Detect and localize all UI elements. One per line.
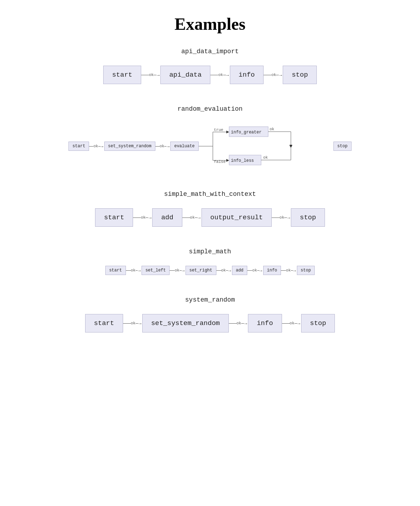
node-re-evaluate: evaluate xyxy=(170,142,199,151)
svg-marker-22 xyxy=(289,145,292,148)
edge-sr-2: ok → xyxy=(229,321,248,326)
section-title-api-data-import: api_data_import xyxy=(21,48,399,55)
svg-text:info_less: info_less xyxy=(231,158,254,163)
node-sr-info: info xyxy=(248,314,282,332)
node-sr-start: start xyxy=(85,314,123,332)
re-left-part: start ok → set_system_random ok → evalua… xyxy=(68,142,198,151)
edge-sr-1: ok → xyxy=(123,321,142,326)
diagram-random-evaluation: start ok → set_system_random ok → evalua… xyxy=(21,123,399,169)
node-sm-start: start xyxy=(105,266,126,275)
section-title-system-random: system_random xyxy=(21,296,399,303)
edge-smc-1: ok → xyxy=(133,215,152,220)
node-sr-set-system-random: set_system_random xyxy=(142,314,229,332)
svg-text:ok: ok xyxy=(263,155,268,160)
section-title-random-evaluation: random_evaluation xyxy=(21,105,399,112)
diagram-simple-math-context: start ok → add ok → output_result ok → s… xyxy=(21,208,399,227)
node-smc-output-result: output_result xyxy=(201,208,272,227)
edge-sm-1: ok → xyxy=(126,268,142,273)
node-sm-set-left: set_left xyxy=(142,266,170,275)
node-info-1: info xyxy=(230,66,264,84)
diagram-api-data-import: start ok → api_data ok → info ok → stop xyxy=(21,66,399,84)
svg-text:ok: ok xyxy=(270,127,275,131)
svg-text:true: true xyxy=(214,128,223,132)
section-simple-math-context: simple_math_with_context start ok → add … xyxy=(21,191,399,227)
node-sm-set-right: set_right xyxy=(186,266,216,275)
section-simple-math: simple_math start ok → set_left ok → set… xyxy=(21,248,399,275)
edge-re-1: ok → xyxy=(89,144,104,149)
section-title-simple-math: simple_math xyxy=(21,248,399,255)
section-api-data-import: api_data_import start ok → api_data ok →… xyxy=(21,48,399,84)
diagram-simple-math: start ok → set_left ok → set_right ok → … xyxy=(21,266,399,275)
edge-sm-2: ok → xyxy=(170,268,185,273)
node-re-stop: stop xyxy=(333,142,352,151)
node-smc-add: add xyxy=(152,208,182,227)
node-sm-add: add xyxy=(232,266,248,275)
node-smc-stop: stop xyxy=(291,208,325,227)
node-re-start: start xyxy=(68,142,89,151)
node-stop-1: stop xyxy=(283,66,317,84)
node-sm-stop: stop xyxy=(297,266,315,275)
node-sm-info: info xyxy=(263,266,281,275)
section-random-evaluation: random_evaluation start ok → set_system_… xyxy=(21,105,399,169)
edge-smc-2: ok → xyxy=(182,215,201,220)
diagram-system-random: start ok → set_system_random ok → info o… xyxy=(21,314,399,332)
section-title-simple-math-context: simple_math_with_context xyxy=(21,191,399,198)
node-smc-start: start xyxy=(95,208,133,227)
edge-sm-5: ok → xyxy=(281,268,297,273)
edge-re-2: ok → xyxy=(155,144,170,149)
svg-marker-8 xyxy=(226,159,229,162)
edge-1-1: ok → xyxy=(141,73,160,77)
edge-smc-3: ok → xyxy=(272,215,291,220)
edge-1-3: ok → xyxy=(264,73,283,77)
edge-sr-3: ok → xyxy=(282,321,301,326)
svg-marker-4 xyxy=(226,131,229,133)
page-title: Examples xyxy=(21,14,399,34)
node-api-data: api_data xyxy=(160,66,210,84)
edge-sm-4: ok → xyxy=(247,268,263,273)
re-branch-svg: true false info_greater info_less ok ok xyxy=(199,123,333,169)
edge-1-2: ok → xyxy=(210,73,230,77)
section-system-random: system_random start ok → set_system_rand… xyxy=(21,296,399,332)
node-re-set-system-random: set_system_random xyxy=(104,142,155,151)
svg-text:info_greater: info_greater xyxy=(231,130,261,135)
node-start-1: start xyxy=(103,66,141,84)
node-sr-stop: stop xyxy=(301,314,335,332)
edge-sm-3: ok → xyxy=(216,268,232,273)
